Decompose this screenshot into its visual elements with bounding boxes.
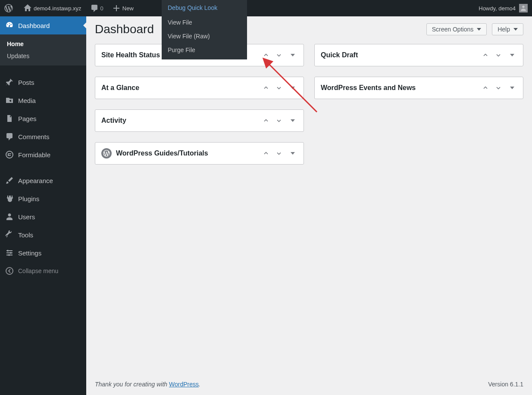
sidebar-item-plugins[interactable]: Plugins bbox=[0, 190, 86, 208]
user-icon bbox=[5, 212, 14, 221]
sidebar-item-label: Posts bbox=[18, 79, 34, 86]
toggle-panel-button[interactable] bbox=[507, 50, 517, 60]
sidebar-item-pages[interactable]: Pages bbox=[0, 109, 86, 128]
toggle-panel-button[interactable] bbox=[288, 149, 297, 158]
debug-purge-file-item[interactable]: Purge File bbox=[162, 43, 247, 57]
chevron-down-icon bbox=[275, 117, 282, 124]
sidebar-item-label: Comments bbox=[18, 133, 50, 140]
move-up-button[interactable] bbox=[261, 50, 271, 60]
comment-count: 0 bbox=[100, 5, 103, 12]
admin-toolbar: demo4.instawp.xyz 0 New Howdy, demo4 bbox=[0, 0, 532, 16]
sidebar-item-appearance[interactable]: Appearance bbox=[0, 171, 86, 190]
chevron-down-icon bbox=[510, 54, 514, 56]
debug-view-file-raw-item[interactable]: View File (Raw) bbox=[162, 29, 247, 43]
metabox-title: Quick Draft bbox=[321, 51, 481, 59]
sidebar-item-label: Tools bbox=[18, 231, 33, 239]
sidebar-item-label: Plugins bbox=[18, 195, 39, 202]
plugin-icon bbox=[5, 194, 14, 203]
howdy-account-menu[interactable]: Howdy, demo4 bbox=[474, 0, 532, 16]
chevron-down-icon bbox=[291, 87, 295, 89]
metabox-wp-events-news: WordPress Events and News bbox=[314, 77, 523, 99]
move-down-button[interactable] bbox=[274, 83, 284, 93]
sidebar-item-media[interactable]: Media bbox=[0, 91, 86, 109]
sidebar-item-users[interactable]: Users bbox=[0, 208, 86, 226]
sidebar-item-tools[interactable]: Tools bbox=[0, 226, 86, 244]
move-down-button[interactable] bbox=[494, 50, 503, 60]
sidebar-item-posts[interactable]: Posts bbox=[0, 73, 86, 91]
plus-icon bbox=[112, 4, 121, 12]
svg-point-3 bbox=[8, 254, 10, 256]
move-up-button[interactable] bbox=[261, 116, 271, 125]
dashboard-icon bbox=[5, 21, 14, 30]
sidebar-subitem-home[interactable]: Home bbox=[0, 38, 86, 50]
formidable-icon bbox=[5, 150, 14, 159]
new-content-menu[interactable]: New bbox=[108, 0, 138, 16]
chevron-down-icon bbox=[513, 28, 518, 31]
sidebar-item-comments[interactable]: Comments bbox=[0, 128, 86, 146]
metabox-title: WordPress Events and News bbox=[321, 84, 481, 92]
sidebar-item-label: Pages bbox=[18, 115, 37, 122]
admin-sidebar: Dashboard Home Updates Posts Media Pages… bbox=[0, 16, 86, 395]
toggle-panel-button[interactable] bbox=[288, 83, 297, 93]
sliders-icon bbox=[5, 249, 14, 257]
svg-point-4 bbox=[6, 267, 13, 274]
collapse-icon bbox=[5, 267, 14, 275]
toggle-panel-button[interactable] bbox=[288, 50, 297, 60]
sidebar-item-label: Users bbox=[18, 213, 35, 221]
move-down-button[interactable] bbox=[274, 116, 284, 125]
admin-footer: Thank you for creating with WordPress. V… bbox=[86, 373, 532, 395]
chevron-down-icon bbox=[477, 28, 481, 31]
home-icon bbox=[23, 4, 32, 12]
sidebar-item-label: Appearance bbox=[18, 177, 53, 184]
sidebar-item-label: Media bbox=[18, 97, 36, 104]
help-button[interactable]: Help bbox=[492, 23, 523, 35]
move-down-button[interactable] bbox=[494, 83, 503, 93]
sidebar-item-dashboard[interactable]: Dashboard bbox=[0, 16, 86, 34]
dashboard-right-column: Quick Draft WordPress Events and News bbox=[314, 44, 523, 165]
chevron-down-icon bbox=[291, 54, 295, 56]
metabox-wp-tutorials: WordPress Guides/Tutorials bbox=[95, 142, 304, 165]
sidebar-item-formidable[interactable]: Formidable bbox=[0, 146, 86, 164]
wordpress-logo-icon bbox=[4, 4, 13, 12]
screen-options-button[interactable]: Screen Options bbox=[426, 23, 487, 35]
footer-text-prefix: Thank you for creating with bbox=[95, 381, 169, 388]
footer-wordpress-link[interactable]: WordPress bbox=[169, 381, 199, 388]
svg-point-0 bbox=[6, 151, 13, 158]
sidebar-item-settings[interactable]: Settings bbox=[0, 244, 86, 262]
site-name: demo4.instawp.xyz bbox=[34, 5, 81, 12]
sidebar-item-label: Dashboard bbox=[18, 22, 50, 29]
comments-menu[interactable]: 0 bbox=[86, 0, 108, 16]
page-header: Dashboard Screen Options Help bbox=[95, 22, 523, 36]
chevron-down-icon bbox=[275, 52, 282, 59]
footer-text-suffix: . bbox=[199, 381, 200, 388]
move-up-button[interactable] bbox=[481, 83, 490, 93]
toggle-panel-button[interactable] bbox=[507, 83, 517, 93]
metabox-title: At a Glance bbox=[101, 84, 261, 92]
move-up-button[interactable] bbox=[261, 149, 271, 158]
svg-point-2 bbox=[10, 252, 12, 254]
sidebar-subitem-updates[interactable]: Updates bbox=[0, 50, 86, 62]
chevron-up-icon bbox=[482, 52, 489, 59]
footer-version: Version 6.1.1 bbox=[488, 381, 523, 388]
sidebar-item-label: Settings bbox=[18, 249, 41, 257]
wordpress-icon bbox=[101, 148, 112, 159]
page-title: Dashboard bbox=[95, 22, 154, 36]
sidebar-dashboard-submenu: Home Updates bbox=[0, 34, 86, 65]
chevron-up-icon bbox=[263, 117, 269, 124]
metabox-title: Activity bbox=[101, 117, 261, 124]
move-down-button[interactable] bbox=[274, 50, 284, 60]
wp-logo-menu[interactable] bbox=[0, 0, 19, 16]
site-name-menu[interactable]: demo4.instawp.xyz bbox=[19, 0, 86, 16]
collapse-menu-button[interactable]: Collapse menu bbox=[0, 262, 86, 280]
debug-view-file-item[interactable]: View File bbox=[162, 16, 247, 29]
chevron-down-icon bbox=[495, 52, 502, 59]
chevron-down-icon bbox=[275, 150, 282, 157]
move-down-button[interactable] bbox=[274, 149, 284, 158]
pages-icon bbox=[5, 114, 14, 123]
move-up-button[interactable] bbox=[261, 83, 271, 93]
toggle-panel-button[interactable] bbox=[288, 116, 297, 125]
move-up-button[interactable] bbox=[481, 50, 490, 60]
debug-quick-look-item[interactable]: Debug Quick Look bbox=[162, 0, 247, 16]
chevron-up-icon bbox=[263, 84, 269, 91]
comment-icon bbox=[5, 132, 14, 141]
